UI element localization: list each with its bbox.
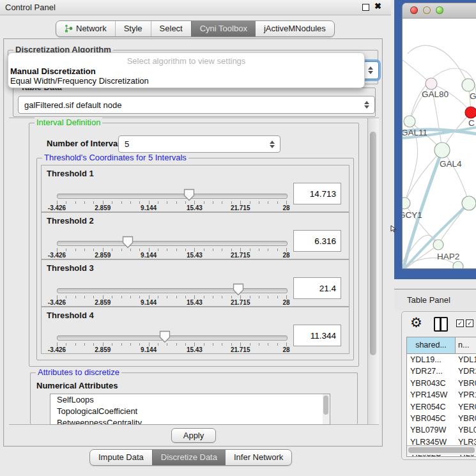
threshold-slider-track[interactable] — [57, 335, 288, 341]
tick-mark — [84, 343, 85, 346]
apply-button[interactable]: Apply — [171, 428, 216, 443]
tick-mark — [213, 296, 213, 298]
network-node-c[interactable] — [465, 107, 476, 118]
threshold-slider-track[interactable] — [57, 241, 288, 246]
node-label: GAL4 — [440, 159, 462, 169]
cell-shared-name[interactable]: YDL19... — [407, 354, 456, 365]
tab-style[interactable]: Style — [115, 21, 151, 36]
node-label: HAP2 — [437, 252, 459, 261]
network-node-gal80[interactable] — [426, 78, 437, 89]
cell-shared-name[interactable]: YBR045C — [407, 413, 456, 424]
horizontal-scrollbar[interactable] — [407, 445, 476, 455]
attribute-item-betweennesscentrality[interactable]: BetweennessCentrality — [50, 417, 330, 425]
threshold-value-field[interactable]: 21.4 — [293, 277, 341, 299]
table-row[interactable]: YBR045CYBR0 — [407, 413, 476, 424]
close-traffic-light-icon[interactable] — [410, 6, 418, 14]
tick-mark — [213, 249, 213, 251]
table-data-combobox[interactable]: galFiltered.sif default node — [18, 96, 375, 114]
tick-mark — [185, 249, 186, 251]
network-node-gcy1[interactable] — [403, 197, 410, 209]
close-icon[interactable]: ✖ — [374, 1, 381, 11]
table-row[interactable]: YPR145WYPR1 — [407, 389, 476, 401]
scrollbar-thumb[interactable] — [408, 447, 475, 453]
tab-jactivemnodules[interactable]: jActiveMNodules — [256, 21, 334, 36]
tab-discretize-data[interactable]: Discretize Data — [152, 450, 226, 465]
column-header-name[interactable]: n... — [456, 337, 476, 353]
threshold-slider-thumb[interactable] — [159, 330, 171, 343]
tab-network[interactable]: Network — [56, 21, 115, 36]
network-node[interactable] — [453, 261, 463, 268]
attribute-item-topologicalcoefficient[interactable]: TopologicalCoefficient — [50, 406, 330, 417]
tab-cyni-toolbox[interactable]: Cyni Toolbox — [191, 21, 256, 36]
threshold-slider-thumb[interactable] — [122, 236, 134, 249]
tab-label: Discretize Data — [161, 452, 217, 462]
network-node-ga[interactable] — [462, 79, 475, 91]
table-row[interactable]: YDR27...YDR2 — [407, 365, 476, 377]
network-window-titlebar[interactable] — [403, 3, 476, 19]
cell-name[interactable]: YDR2 — [456, 365, 476, 377]
popup-placeholder-item[interactable]: Select algorithm to view settings — [8, 56, 364, 66]
number-of-intervals-combobox[interactable]: 5 — [118, 135, 280, 153]
tick-label: 2.859 — [87, 252, 119, 259]
split-columns-icon[interactable] — [434, 317, 448, 332]
cell-shared-name[interactable]: YBL079W — [407, 424, 456, 436]
network-node-gal11[interactable] — [404, 116, 415, 127]
gear-icon[interactable]: ⚙ — [410, 316, 422, 329]
float-window-icon[interactable] — [362, 4, 369, 11]
network-node-gal4[interactable] — [434, 142, 450, 158]
number-of-intervals-value: 5 — [125, 139, 129, 149]
top-tab-bar: NetworkStyleSelectCyni ToolboxjActiveMNo… — [56, 20, 335, 37]
threshold-slider-track[interactable] — [57, 194, 288, 199]
node-label: GA — [470, 91, 476, 101]
checkbox-checked-icon[interactable]: ✓ — [456, 319, 464, 327]
cell-shared-name[interactable]: YDR27... — [407, 365, 456, 377]
attributes-group-title: Attributes to discretize — [36, 367, 121, 377]
attribute-item-selfloops[interactable]: SelfLoops — [50, 394, 330, 406]
cell-name[interactable]: YER0 — [456, 401, 476, 413]
minimize-traffic-light-icon[interactable] — [423, 6, 431, 14]
vertical-scrollbar[interactable] — [367, 118, 379, 425]
tick-mark — [130, 343, 131, 346]
cell-name[interactable]: YBL0 — [456, 424, 476, 436]
cell-name[interactable]: YDL1 — [456, 354, 476, 365]
table-row[interactable]: YBR043CYBR0 — [407, 378, 476, 389]
table-row[interactable]: YER054CYER0 — [407, 401, 476, 413]
cell-shared-name[interactable]: YER054C — [407, 401, 456, 413]
threshold-value-field[interactable]: 14.713 — [293, 183, 341, 204]
attributes-scrollbar[interactable] — [323, 394, 330, 425]
table-row[interactable]: YDL19...YDL1 — [407, 354, 476, 365]
cell-name[interactable]: YBR0 — [456, 413, 476, 424]
scrollbar-thumb[interactable] — [323, 395, 328, 415]
popup-item-manual-discretization[interactable]: Manual Discretization — [10, 66, 96, 76]
zoom-traffic-light-icon[interactable] — [436, 6, 443, 14]
tick-mark — [250, 343, 250, 346]
threshold-slider-track[interactable] — [57, 288, 288, 293]
threshold-value-field[interactable]: 11.344 — [293, 325, 341, 346]
scrollbar-thumb[interactable] — [370, 132, 376, 355]
tab-impute-data[interactable]: Impute Data — [90, 450, 152, 465]
tick-mark — [75, 201, 76, 204]
network-node-hap2[interactable] — [433, 240, 443, 250]
numerical-attributes-list[interactable]: SelfLoopsTopologicalCoefficientBetweenne… — [50, 394, 330, 425]
table-row[interactable]: YBL079WYBL0 — [407, 424, 476, 436]
column-header-shared-name[interactable]: shared... — [407, 337, 456, 353]
popup-item-equal-width-frequency-discretization[interactable]: Equal Width/Frequency Discretization — [10, 76, 149, 86]
node-label: GCY1 — [403, 210, 422, 220]
threshold-value-field[interactable]: 6.316 — [293, 230, 341, 252]
threshold-slider-thumb[interactable] — [233, 283, 244, 296]
cell-shared-name[interactable]: YPR145W — [407, 389, 456, 401]
checkbox-checked-icon[interactable]: ✓ — [466, 319, 473, 327]
network-window[interactable]: GAL80GACGAL11GAL4GCY1HHAP2 — [403, 3, 476, 268]
network-node-h[interactable] — [462, 196, 476, 210]
table-header-row: shared... n... — [407, 337, 476, 354]
tab-select[interactable]: Select — [151, 21, 191, 36]
network-canvas[interactable]: GAL80GACGAL11GAL4GCY1HHAP2 — [403, 19, 476, 268]
tick-mark — [93, 249, 94, 251]
tick-mark — [277, 296, 278, 298]
cell-name[interactable]: YBR0 — [456, 378, 476, 389]
cell-name[interactable]: YPR1 — [456, 389, 476, 401]
tick-mark — [204, 249, 204, 251]
threshold-slider-thumb[interactable] — [183, 188, 195, 201]
cell-shared-name[interactable]: YBR043C — [407, 378, 456, 389]
tab-infer-network[interactable]: Infer Network — [226, 450, 291, 465]
